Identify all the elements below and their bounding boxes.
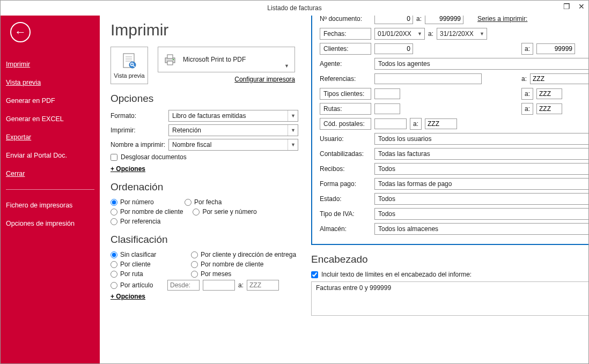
ord-por-nombre[interactable]: Por nombre de cliente: [111, 208, 183, 216]
window-close-button[interactable]: ✕: [578, 3, 585, 10]
cli-a-button[interactable]: a:: [521, 43, 533, 55]
chevron-down-icon: ▼: [480, 31, 484, 36]
ord-por-numero[interactable]: Por número: [111, 198, 175, 206]
formato-combo[interactable]: Libro de facturas emitidas▼: [168, 110, 298, 122]
contab-combo[interactable]: Todas las facturas▼: [374, 148, 588, 160]
formato-label: Formato:: [111, 112, 168, 120]
vista-previa-button[interactable]: Vista previa: [111, 47, 148, 84]
back-button[interactable]: ←: [10, 22, 31, 42]
ref-label: Referencias:: [320, 75, 371, 83]
cls-mas-opciones-link[interactable]: + Opciones: [111, 293, 145, 300]
forma-label: Forma pago:: [320, 180, 371, 188]
recibos-label: Recibos:: [320, 165, 371, 173]
chevron-down-icon: ▼: [288, 110, 296, 121]
page-title: Imprimir: [111, 21, 298, 39]
incluir-texto-checkbox[interactable]: [311, 271, 318, 278]
sidebar-item-generar-pdf[interactable]: Generar en PDF: [1, 92, 100, 110]
recibos-combo[interactable]: Todos▼: [374, 163, 588, 175]
cls-hasta-input[interactable]: [247, 280, 279, 291]
sidebar-item-exportar[interactable]: Exportar: [1, 128, 100, 146]
tipos-clientes-button[interactable]: Tipos clientes:: [320, 88, 371, 100]
cls-por-meses[interactable]: Por meses: [191, 270, 304, 278]
ord-por-fecha[interactable]: Por fecha: [185, 198, 227, 206]
desglosar-checkbox[interactable]: [111, 154, 117, 161]
usuario-combo[interactable]: Todos los usuarios▼: [374, 133, 588, 145]
estado-combo[interactable]: Todos▼: [374, 193, 588, 205]
cls-por-ruta[interactable]: Por ruta: [111, 270, 191, 278]
cls-por-articulo[interactable]: Por artículo: [111, 281, 164, 289]
window-title: Listado de facturas: [267, 4, 321, 12]
fecha-from-combo[interactable]: 01/01/20XX▼: [374, 28, 425, 40]
sidebar-item-fichero-impresoras[interactable]: Fichero de impresoras: [1, 196, 100, 214]
cp-button[interactable]: Cód. postales:: [320, 118, 371, 130]
svg-point-10: [173, 59, 174, 60]
imprimir-label: Imprimir:: [111, 127, 168, 134]
chevron-down-icon: ▼: [288, 139, 296, 150]
nombre-combo[interactable]: Nombre fiscal▼: [168, 139, 298, 151]
fechas-button[interactable]: Fechas:: [320, 28, 371, 40]
rutas-from-input[interactable]: [374, 103, 400, 114]
cli-to-input[interactable]: [536, 43, 575, 54]
clientes-button[interactable]: Clientes:: [320, 43, 371, 55]
forma-combo[interactable]: Todas las formas de pago▼: [374, 178, 588, 190]
cls-sin-clasificar[interactable]: Sin clasificar: [111, 251, 191, 258]
printer-icon: [163, 52, 178, 67]
cls-a-label: a:: [238, 281, 244, 289]
nombre-label: Nombre a imprimir:: [111, 141, 168, 148]
cp-a-button[interactable]: a:: [410, 118, 422, 130]
printer-name: Microsoft Print to PDF: [183, 56, 246, 63]
cls-cliente-direccion[interactable]: Por cliente y dirección de entrega: [191, 251, 304, 258]
series-imprimir-link[interactable]: Series a imprimir:: [477, 15, 527, 23]
sidebar-item-cerrar[interactable]: Cerrar: [1, 165, 100, 183]
encabezado-textarea[interactable]: Facturas entre 0 y 999999 ˄ ˅: [311, 281, 588, 316]
rutas-button[interactable]: Rutas:: [320, 103, 371, 115]
cls-por-cliente[interactable]: Por cliente: [111, 261, 191, 268]
almacen-label: Almacén:: [320, 225, 371, 233]
intervalos-panel: Intervalos Nº documento: a: Series a imp…: [311, 1, 588, 245]
tipos-a-button[interactable]: a:: [521, 88, 533, 100]
ref-from-input[interactable]: [374, 73, 482, 84]
tipos-to-input[interactable]: [536, 88, 562, 99]
window-restore-button[interactable]: ❐: [563, 3, 570, 10]
ndoc-label: Nº documento:: [320, 15, 371, 23]
cls-desde-input2[interactable]: [203, 280, 235, 291]
chevron-down-icon: ▼: [284, 63, 289, 69]
document-preview-icon: [120, 52, 138, 70]
ndoc-a-label: a:: [416, 15, 422, 23]
estado-label: Estado:: [320, 195, 371, 203]
sidebar-item-generar-excel[interactable]: Generar en EXCEL: [1, 110, 100, 128]
cp-to-input[interactable]: [425, 118, 457, 129]
tipos-from-input[interactable]: [374, 88, 400, 99]
sidebar-item-opciones-impresion[interactable]: Opciones de impresión: [1, 214, 100, 233]
ref-to-input[interactable]: [530, 73, 588, 84]
cls-desde-input[interactable]: [167, 280, 200, 291]
fecha-to-combo[interactable]: 31/12/20XX▼: [437, 28, 487, 40]
usuario-label: Usuario:: [320, 135, 371, 143]
printer-selector[interactable]: Microsoft Print to PDF ▼: [158, 47, 295, 72]
rutas-to-input[interactable]: [536, 103, 562, 114]
agente-combo[interactable]: Todos los agentes▼: [374, 58, 588, 70]
rutas-a-button[interactable]: a:: [521, 103, 533, 115]
incluir-texto-label: Incluir texto de límites en el encabezad…: [321, 271, 472, 278]
cls-por-nombre[interactable]: Por nombre de cliente: [191, 261, 304, 268]
sidebar-item-vista-previa[interactable]: Vista previa: [1, 73, 100, 92]
almacen-combo[interactable]: Todos los almacenes▼: [374, 223, 588, 235]
cp-from-input[interactable]: [374, 118, 407, 129]
mas-opciones-link[interactable]: + Opciones: [111, 165, 145, 173]
desglosar-label: Desglosar documentos: [121, 153, 187, 161]
sidebar-item-enviar-portal[interactable]: Enviar al Portal Doc.: [1, 146, 100, 165]
sidebar: ← Imprimir Vista previa Generar en PDF G…: [1, 1, 100, 363]
imprimir-combo[interactable]: Retención▼: [168, 124, 298, 136]
iva-combo[interactable]: Todos▼: [374, 208, 588, 220]
iva-label: Tipo de IVA:: [320, 210, 371, 218]
ord-por-referencia[interactable]: Por referencia: [111, 218, 175, 225]
configurar-impresora-link[interactable]: Configurar impresora: [234, 76, 295, 83]
fecha-a-label: a:: [428, 30, 433, 38]
ord-por-serie[interactable]: Por serie y número: [193, 208, 257, 216]
ordenacion-heading: Ordenación: [111, 181, 298, 193]
agente-label: Agente:: [320, 60, 371, 68]
cli-from-input[interactable]: [374, 43, 413, 54]
sidebar-item-imprimir[interactable]: Imprimir: [1, 55, 100, 73]
sidebar-separator: [6, 189, 94, 190]
opciones-heading: Opciones: [111, 93, 298, 105]
